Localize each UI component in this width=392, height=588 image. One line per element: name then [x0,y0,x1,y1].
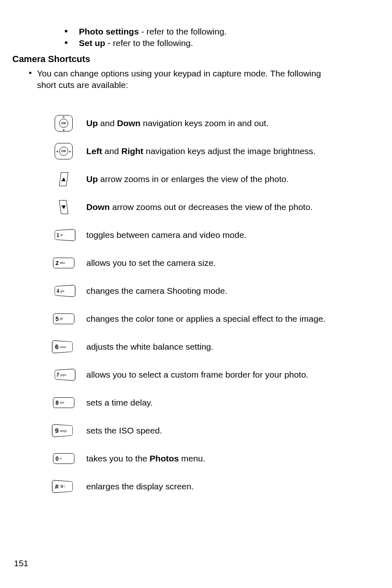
shortcut-row: 5jkl changes the color tone or applies a… [41,311,380,327]
bullet-dot: • [29,68,37,91]
keypad-8-icon: 8tuv [41,397,86,408]
keypad-6-icon: 6mno [41,341,86,353]
shortcut-description: adjusts the white balance setting. [86,342,213,352]
intro-text: You can change options using your keypad… [37,68,341,91]
shortcut-row: 2abc allows you to set the camera size. [41,255,380,271]
keypad-9-icon: 9wxyz [41,425,86,436]
shortcut-description: changes the color tone or applies a spec… [86,314,325,324]
down-arrow-icon [41,200,86,214]
shortcut-description: sets a time delay. [86,398,153,408]
shortcut-row: 6mno adjusts the white balance setting. [41,339,380,355]
shortcut-row: 0± takes you to the Photos menu. [41,450,380,467]
shortcut-description: Up arrow zooms in or enlarges the view o… [86,174,289,184]
shortcut-row: #⚙↑ enlarges the display screen. [41,478,380,495]
shortcut-description: changes the camera Shooting mode. [86,286,227,296]
shortcut-row: 7pqrs allows you to select a custom fram… [41,367,380,383]
shortcut-description: sets the ISO speed. [86,426,162,436]
bullet-item: • Photo settings - refer to the followin… [53,27,380,37]
shortcut-row: ◂ OK ▸ Left and Right navigation keys ad… [41,143,380,159]
bullet-item: • Set up - refer to the following. [53,38,380,48]
shortcut-description: toggles between camera and video mode. [86,230,247,240]
keypad-7-icon: 7pqrs [41,369,86,380]
bullet-suffix: - refer to the following. [105,38,193,48]
shortcut-description: Down arrow zooms out or decreases the vi… [86,202,313,212]
nav-key-updown-icon: ▴ OK ▾ [41,115,86,131]
bullet-dot: • [53,27,79,35]
shortcut-description: allows you to select a custom frame bord… [86,370,308,380]
up-arrow-icon [41,172,86,186]
shortcut-description: takes you to the Photos menu. [86,454,205,463]
keypad-hash-icon: #⚙↑ [41,481,86,492]
bullet-label: Photo settings [79,27,139,36]
bullet-suffix: - refer to the following. [139,27,227,36]
keypad-4-icon: 4ghi [41,286,86,296]
shortcut-list: ▴ OK ▾ Up and Down navigation keys zoom … [41,115,380,495]
keypad-1-icon: 1∞ [41,230,86,240]
page-content: • Photo settings - refer to the followin… [12,25,380,495]
bullet-label: Set up [79,38,105,48]
bullet-text: Photo settings - refer to the following. [79,27,226,37]
section-heading: Camera Shortcuts [12,54,380,65]
shortcut-row: Up arrow zooms in or enlarges the view o… [41,171,380,187]
keypad-2-icon: 2abc [41,258,86,268]
shortcut-row: 9wxyz sets the ISO speed. [41,422,380,439]
shortcut-description: Left and Right navigation keys adjust th… [86,146,316,156]
shortcut-description: enlarges the display screen. [86,482,194,491]
bullet-dot: • [53,38,79,47]
intro-paragraph: • You can change options using your keyp… [29,68,380,91]
page-number: 151 [14,558,28,568]
shortcut-description: allows you to set the camera size. [86,258,216,268]
shortcut-description: Up and Down navigation keys zoom in and … [86,118,269,128]
shortcut-row: 1∞ toggles between camera and video mode… [41,227,380,243]
shortcut-row: Down arrow zooms out or decreases the vi… [41,199,380,215]
shortcut-row: ▴ OK ▾ Up and Down navigation keys zoom … [41,115,380,131]
nav-key-leftright-icon: ◂ OK ▸ [41,143,86,159]
top-bullet-list: • Photo settings - refer to the followin… [53,27,380,48]
keypad-0-icon: 0± [41,453,86,464]
bullet-text: Set up - refer to the following. [79,38,193,48]
shortcut-row: 8tuv sets a time delay. [41,394,380,411]
shortcut-row: 4ghi changes the camera Shooting mode. [41,283,380,299]
keypad-5-icon: 5jkl [41,314,86,324]
